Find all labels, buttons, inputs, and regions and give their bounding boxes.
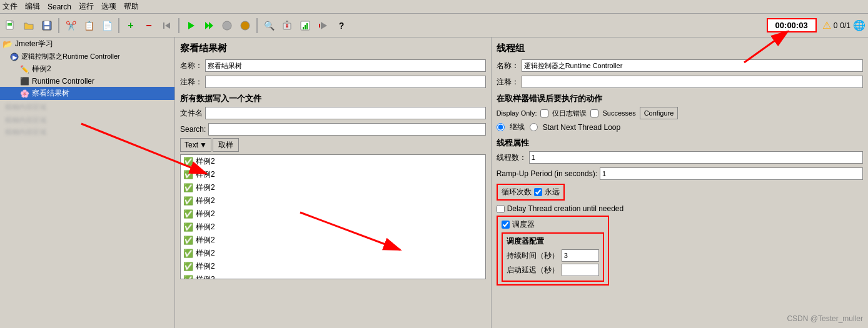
next-thread-radio[interactable] bbox=[530, 123, 538, 131]
result-item[interactable]: ✅样例2 bbox=[181, 155, 485, 168]
thread-comment-label: 注释： bbox=[497, 77, 519, 87]
menu-options[interactable]: 选项 bbox=[101, 1, 116, 12]
folder-icon: 📂 bbox=[3, 39, 13, 49]
result-label: 样例2 bbox=[196, 248, 215, 259]
watermark: CSDN @Tester_muller bbox=[787, 314, 863, 323]
result-label: 样例2 bbox=[196, 196, 215, 206]
menu-search[interactable]: Search bbox=[48, 2, 71, 11]
thread-props-title: 线程属性 bbox=[497, 137, 863, 149]
timer-display: 00:00:03 bbox=[767, 18, 817, 32]
search-btn[interactable]: 🔍 bbox=[261, 17, 277, 34]
tree-item-runtime[interactable]: ⬛ Runtime Controller bbox=[0, 76, 174, 87]
save-button[interactable] bbox=[39, 17, 55, 34]
shutdown-button[interactable] bbox=[237, 17, 253, 34]
back-button[interactable] bbox=[159, 17, 175, 34]
menubar: 文件 编辑 Search 运行 选项 帮助 bbox=[0, 0, 868, 14]
result-item[interactable]: ✅样例2 bbox=[181, 181, 485, 194]
tree-item-logic-controller[interactable]: ▶ 逻辑控制器之Runtime Controller bbox=[0, 51, 174, 62]
result-item[interactable]: ✅样例2 bbox=[181, 260, 485, 273]
check-icon: ✅ bbox=[183, 249, 193, 258]
help-button[interactable]: ? bbox=[333, 17, 350, 34]
result-item[interactable]: ✅样例2 bbox=[181, 194, 485, 207]
check-icon: ✅ bbox=[183, 157, 193, 166]
clear-button[interactable] bbox=[279, 17, 295, 34]
ramp-up-input[interactable] bbox=[600, 167, 863, 180]
check-icon: ✅ bbox=[183, 222, 193, 232]
svg-marker-9 bbox=[188, 22, 194, 29]
delay-row: Delay Thread creation until needed bbox=[497, 204, 863, 213]
copy-button[interactable]: 📋 bbox=[81, 17, 97, 34]
start-button[interactable] bbox=[183, 17, 199, 34]
menu-file[interactable]: 文件 bbox=[3, 1, 18, 12]
result-item[interactable]: ✅样例2 bbox=[181, 221, 485, 234]
thread-name-row: 名称： bbox=[497, 59, 863, 72]
comment-input[interactable] bbox=[205, 76, 486, 88]
warn-count: 0 bbox=[834, 21, 838, 30]
result-item[interactable]: ✅样例2 bbox=[181, 234, 485, 247]
result-list[interactable]: ✅样例2 ✅样例2 ✅样例2 ✅样例2 ✅样例2 ✅样例2 ✅样例2 ✅样例2 … bbox=[180, 154, 486, 279]
continue-radio[interactable] bbox=[497, 123, 505, 131]
log-errors-checkbox[interactable] bbox=[540, 109, 548, 117]
result-label: 样例2 bbox=[196, 261, 215, 272]
thread-comment-row: 注释： bbox=[497, 76, 863, 88]
tree-item-jmeter[interactable]: 📂 Jmeter学习 bbox=[0, 37, 174, 51]
thread-comment-input[interactable] bbox=[522, 76, 863, 88]
add-button[interactable]: + bbox=[123, 17, 139, 34]
loop-forever-checkbox[interactable] bbox=[534, 188, 542, 196]
menu-edit[interactable]: 编辑 bbox=[25, 1, 40, 12]
check-icon: ✅ bbox=[183, 262, 193, 271]
result-item[interactable]: ✅样例2 bbox=[181, 247, 485, 260]
comment-label: 注释： bbox=[180, 77, 203, 87]
svg-marker-7 bbox=[165, 22, 170, 29]
svg-rect-5 bbox=[44, 21, 49, 25]
scheduler-checkbox[interactable] bbox=[502, 221, 510, 229]
text-dropdown-btn[interactable]: Text ▼ bbox=[180, 138, 211, 152]
open-button[interactable] bbox=[21, 17, 37, 34]
menu-help[interactable]: 帮助 bbox=[124, 1, 139, 12]
log-errors-label: 仅日志错误 bbox=[552, 109, 587, 118]
cut-button[interactable]: ✂️ bbox=[63, 17, 79, 34]
name-input[interactable] bbox=[205, 59, 486, 72]
start-no-pause-button[interactable] bbox=[201, 17, 217, 34]
comment-row: 注释： bbox=[180, 76, 486, 88]
svg-point-13 bbox=[241, 21, 250, 30]
scheduler-config-title: 调度器配置 bbox=[507, 236, 599, 247]
new-button[interactable] bbox=[3, 17, 19, 34]
remove-button[interactable]: − bbox=[141, 17, 157, 34]
duration-input[interactable] bbox=[562, 249, 599, 262]
search-input[interactable] bbox=[208, 123, 485, 136]
svg-rect-6 bbox=[44, 26, 49, 29]
result-item[interactable]: ✅样例2 bbox=[181, 273, 485, 279]
report-button[interactable] bbox=[297, 17, 313, 34]
startup-delay-row: 启动延迟（秒） bbox=[507, 264, 599, 276]
startup-delay-input[interactable] bbox=[562, 264, 599, 276]
check-icon: ✅ bbox=[183, 275, 193, 279]
stop-button[interactable] bbox=[219, 17, 235, 34]
thread-name-input[interactable] bbox=[522, 59, 863, 72]
svg-marker-11 bbox=[209, 22, 213, 29]
result-item[interactable]: ✅样例2 bbox=[181, 207, 485, 221]
result-label: 样例2 bbox=[196, 235, 215, 246]
thread-group-panel: 线程组 名称： 注释： 在取样器错误后要执行的动作 Display Only: … bbox=[492, 37, 868, 328]
delay-label: Delay Thread creation until needed bbox=[507, 204, 624, 213]
fetch-btn[interactable]: 取样 bbox=[213, 138, 239, 152]
menu-run[interactable]: 运行 bbox=[79, 1, 94, 12]
tree-item-results[interactable]: 🌸 察看结果树 bbox=[0, 87, 174, 100]
left-tree-panel: 📂 Jmeter学习 ▶ 逻辑控制器之Runtime Controller ✏️… bbox=[0, 37, 175, 328]
configure-button[interactable]: Configure bbox=[640, 107, 679, 119]
result-label: 样例2 bbox=[196, 182, 215, 193]
radio-row: 继续 Start Next Thread Loop bbox=[497, 122, 863, 132]
results-icon: 🌸 bbox=[20, 89, 29, 98]
delay-checkbox[interactable] bbox=[497, 205, 505, 213]
file-input[interactable] bbox=[205, 107, 486, 119]
thread-count-input[interactable] bbox=[529, 151, 863, 164]
check-icon: ✅ bbox=[183, 236, 193, 245]
remote-button[interactable] bbox=[315, 17, 331, 34]
toolbar-fraction: 0/1 bbox=[840, 21, 850, 30]
paste-button[interactable]: 📄 bbox=[99, 17, 115, 34]
warn-area: ⚠ 0 0/1 🌐 bbox=[822, 19, 865, 31]
result-label: 样例2 bbox=[196, 209, 215, 219]
result-item[interactable]: ✅样例2 bbox=[181, 168, 485, 181]
successes-checkbox[interactable] bbox=[590, 109, 598, 117]
tree-item-sample2[interactable]: ✏️ 样例2 bbox=[0, 62, 174, 76]
